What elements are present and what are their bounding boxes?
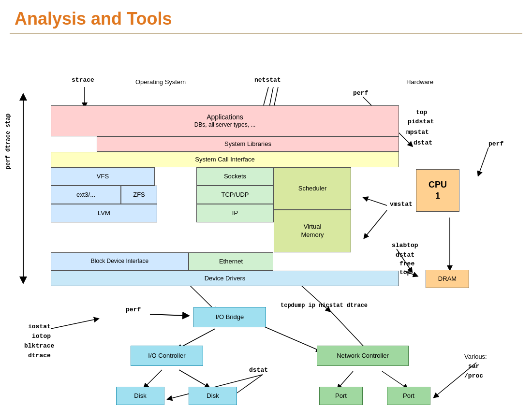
cpu-box: CPU 1 [416, 169, 459, 212]
tcpdump-label: tcpdump ip nicstat dtrace [281, 302, 368, 309]
ip-box: IP [196, 204, 274, 222]
port2-box: Port [387, 387, 430, 405]
proc-label: /proc [464, 372, 483, 379]
top2-label: top [399, 269, 411, 276]
disk1-box: Disk [116, 387, 164, 405]
dstat3-label: dstat [249, 366, 268, 374]
network-controller-box: Network Controller [317, 346, 409, 366]
virtual-memory-text: Virtual Memory [301, 223, 324, 239]
io-bridge-text: I/O Bridge [216, 313, 244, 321]
netstat-label: netstat [254, 76, 281, 84]
free-label: free [399, 260, 414, 267]
port2-text: Port [403, 392, 414, 400]
ip-text: IP [232, 209, 238, 218]
io-bridge-box: I/O Bridge [193, 307, 266, 327]
virtual-memory-box: Virtual Memory [274, 210, 351, 252]
top-label: top [416, 107, 427, 118]
os-label: Operating System [135, 78, 186, 86]
mpstat-label: mpstat [406, 129, 429, 136]
perf2-label: perf [126, 306, 141, 313]
disk2-box: Disk [189, 387, 237, 405]
page-container: Analysis and Tools [0, 0, 532, 408]
ext3-box: ext3/... [51, 186, 121, 204]
block-device-box: Block Device Interface [51, 252, 189, 271]
svg-line-16 [179, 370, 208, 387]
various-label: Various: [464, 353, 487, 360]
tcpudp-text: TCP/UDP [221, 191, 249, 199]
disk1-text: Disk [134, 392, 146, 400]
svg-line-6 [479, 147, 488, 174]
iostat-label: iostat [28, 323, 51, 330]
perf-right-label: perf [488, 140, 503, 147]
dtrace1-label: dtrace [28, 352, 51, 359]
perf-dtrace-stap-label: perf dtrace stap [5, 114, 12, 169]
syslibs-box: System Libraries [97, 136, 399, 152]
iotop-label: iotop [32, 333, 51, 340]
tcpudp-box: TCP/UDP [196, 186, 274, 204]
sockets-box: Sockets [196, 167, 274, 186]
svg-line-23 [382, 371, 406, 388]
lvm-box: LVM [51, 204, 157, 222]
dram-text: DRAM [438, 275, 457, 283]
perf-top-label: perf [353, 89, 368, 97]
slabtop-label: slabtop [392, 242, 418, 249]
svg-line-15 [145, 370, 162, 387]
lvm-text: LVM [98, 209, 110, 218]
dstat1-label: dstat [414, 139, 432, 146]
vmstat-label: vmstat [390, 201, 413, 208]
scheduler-text: Scheduler [298, 185, 327, 193]
dbs-text: DBs, all server types, ... [194, 121, 256, 129]
svg-line-13 [189, 284, 215, 310]
syscall-text: System Call Interface [195, 156, 255, 164]
applications-text: Applications [194, 113, 256, 121]
vfs-text: VFS [97, 173, 109, 181]
dstat2-label: dstat [396, 251, 414, 259]
network-controller-text: Network Controller [337, 352, 389, 360]
hardware-label: Hardware [406, 78, 433, 86]
svg-line-22 [339, 371, 353, 388]
svg-line-8 [365, 210, 387, 237]
pidstat-label: pidstat [408, 118, 434, 125]
io-controller-text: I/O Controller [148, 352, 185, 360]
blktrace-label: blktrace [24, 342, 54, 350]
device-drivers-box: Device Drivers [51, 271, 399, 286]
svg-line-21 [329, 309, 368, 350]
svg-line-7 [365, 198, 387, 205]
sockets-text: Sockets [224, 173, 246, 181]
ethernet-box: Ethernet [189, 252, 273, 271]
applications-box: Applications DBs, all server types, ... [51, 105, 399, 136]
syslibs-text: System Libraries [224, 140, 271, 148]
cpu-text: CPU 1 [429, 179, 447, 202]
svg-line-14 [179, 329, 215, 348]
io-controller-box: I/O Controller [131, 346, 203, 366]
port1-text: Port [335, 392, 347, 400]
device-drivers-text: Device Drivers [205, 275, 246, 283]
block-device-text: Block Device Interface [91, 258, 148, 265]
svg-line-12 [150, 314, 186, 316]
strace-label: strace [72, 76, 94, 84]
syscall-box: System Call Interface [51, 152, 399, 167]
ext3-text: ext3/... [76, 191, 95, 199]
svg-line-11 [51, 319, 97, 329]
main-area: strace Operating System netstat Hardware… [0, 34, 532, 408]
sar-label: sar [468, 363, 479, 370]
page-title: Analysis and Tools [0, 0, 532, 33]
zfs-box: ZFS [121, 186, 157, 204]
dram-box: DRAM [426, 270, 469, 288]
vfs-box: VFS [51, 167, 155, 186]
zfs-text: ZFS [133, 191, 145, 199]
ethernet-text: Ethernet [219, 258, 243, 266]
disk2-text: Disk [207, 392, 219, 400]
scheduler-box: Scheduler [274, 167, 351, 210]
port1-box: Port [319, 387, 363, 405]
